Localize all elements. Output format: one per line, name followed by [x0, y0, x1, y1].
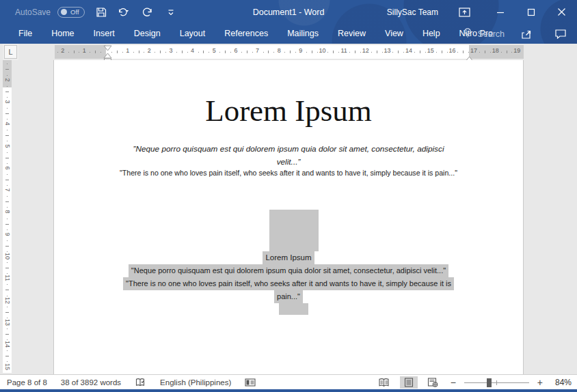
zoom-slider[interactable] — [464, 378, 529, 387]
lightbulb-icon — [463, 27, 472, 41]
v-ruler-number: 10 — [4, 252, 11, 261]
titlebar-right: SillySac Team — [387, 0, 577, 24]
vertical-ruler[interactable]: 23456789101112131415 — [3, 60, 12, 373]
word-count[interactable]: 38 of 3892 words — [61, 378, 121, 387]
autosave-toggle[interactable]: Off — [57, 7, 85, 18]
selected-line-1[interactable]: "Neque porro quisquam est qui dolorem ip… — [54, 264, 523, 277]
selected-title-text: Lorem Ipsum — [263, 251, 314, 264]
tab-help[interactable]: Help — [413, 25, 450, 43]
ribbon-right-controls: Search — [463, 24, 577, 44]
v-ruler-number: 5 — [4, 141, 11, 150]
selected-empty-paragraphs-block[interactable] — [269, 210, 319, 251]
window-bottom-edge — [0, 389, 577, 392]
hanging-indent-marker — [104, 53, 111, 58]
customize-quick-access-icon[interactable] — [164, 5, 178, 20]
read-mode-button[interactable] — [373, 376, 394, 389]
zoom-out-button[interactable]: − — [448, 377, 459, 388]
search-label: Search — [477, 29, 505, 39]
italic-quote-paragraph[interactable]: ”Neque porro quisquam est qui dolorem ip… — [54, 143, 523, 169]
undo-icon[interactable] — [118, 5, 131, 20]
tab-review[interactable]: Review — [328, 25, 375, 43]
language-indicator[interactable]: English (Philippines) — [160, 378, 231, 387]
zoom-in-button[interactable]: + — [535, 377, 546, 388]
selected-trailing-paragraph-block[interactable] — [279, 303, 308, 315]
v-ruler-number: 13 — [4, 318, 11, 326]
print-layout-button[interactable] — [400, 376, 418, 389]
document-workspace: L 2112345678910111213141516171819 234567… — [0, 44, 577, 374]
v-ruler-number: 9 — [4, 229, 11, 238]
selected-line-3[interactable]: pain..." — [54, 290, 523, 303]
window-chrome: AutoSave Off — [0, 0, 577, 44]
status-bar-left: Page 8 of 8 38 of 3892 words English (Ph… — [0, 377, 256, 388]
minimize-button[interactable] — [485, 0, 515, 24]
v-ruler-number: 15 — [4, 362, 11, 371]
tab-home[interactable]: Home — [42, 25, 83, 43]
zoom-slider-thumb[interactable] — [487, 378, 492, 387]
save-icon[interactable] — [94, 5, 108, 20]
first-line-indent-marker — [104, 46, 111, 51]
autosave-label: AutoSave — [15, 8, 51, 17]
h-ruler-number: 9 — [299, 47, 302, 54]
horizontal-ruler[interactable]: 2112345678910111213141516171819 — [55, 45, 524, 59]
zoom-slider-center-tick — [496, 380, 497, 385]
tab-view[interactable]: View — [375, 25, 413, 43]
v-ruler-number: 7 — [4, 186, 11, 195]
h-ruler-number: 12 — [362, 47, 369, 54]
quick-access-toolbar: AutoSave Off — [0, 5, 178, 20]
maximize-button[interactable] — [515, 0, 546, 24]
web-layout-button[interactable] — [423, 376, 442, 389]
document-page[interactable]: Lorem Ipsum ”Neque porro quisquam est qu… — [53, 60, 524, 374]
v-ruler-number: 11 — [4, 274, 11, 283]
right-indent-marker[interactable] — [464, 53, 474, 59]
zoom-level-label[interactable]: 84% — [551, 378, 572, 387]
comment-icon[interactable] — [554, 27, 567, 42]
ribbon-tabs: FileHomeInsertDesignLayoutReferencesMail… — [0, 25, 502, 43]
selected-line-2[interactable]: "There is no one who loves pain itself, … — [54, 277, 523, 290]
v-ruler-number: 14 — [4, 340, 11, 349]
tell-me-search[interactable]: Search — [463, 27, 505, 41]
tab-mailings[interactable]: Mailings — [278, 25, 328, 43]
h-ruler-number: 19 — [513, 47, 520, 54]
macro-recording-icon[interactable] — [245, 378, 256, 387]
plain-quote-paragraph[interactable]: "There is no one who loves pain itself, … — [54, 169, 523, 177]
selected-title-line[interactable]: Lorem Ipsum — [54, 251, 523, 264]
status-bar: Page 8 of 8 38 of 3892 words English (Ph… — [0, 374, 577, 389]
h-ruler-number: 8 — [278, 47, 281, 54]
selected-line-3-text: pain..." — [274, 290, 303, 303]
tab-layout[interactable]: Layout — [170, 25, 215, 43]
account-name[interactable]: SillySac Team — [387, 8, 438, 17]
h-ruler-number: 1 — [83, 47, 86, 54]
v-ruler-number: 6 — [4, 163, 11, 172]
tab-stop-selector[interactable]: L — [4, 45, 17, 59]
h-ruler-number: 7 — [256, 47, 259, 54]
h-ruler-number: 18 — [492, 47, 499, 54]
v-ruler-number: 2 — [4, 75, 11, 84]
selected-line-1-text: "Neque porro quisquam est qui dolorem ip… — [129, 264, 448, 277]
title-bar: AutoSave Off — [0, 0, 577, 24]
italic-quote-line2: velit...” — [54, 156, 523, 169]
autosave-toggle-knob — [61, 9, 67, 15]
h-ruler-number: 13 — [384, 47, 390, 54]
v-ruler-number: 8 — [4, 208, 11, 216]
tab-design[interactable]: Design — [124, 25, 170, 43]
tab-insert[interactable]: Insert — [84, 25, 124, 43]
h-ruler-number: 2 — [148, 47, 151, 54]
close-button[interactable] — [546, 0, 577, 24]
share-icon[interactable] — [520, 27, 533, 42]
h-ruler-number: 15 — [427, 47, 434, 54]
proofing-status-icon[interactable] — [135, 377, 146, 388]
tab-references[interactable]: References — [215, 25, 278, 43]
v-ruler-number: 12 — [4, 296, 11, 305]
tab-file[interactable]: File — [9, 25, 42, 43]
v-ruler-number: 3 — [4, 97, 11, 106]
autosave-state-label: Off — [70, 8, 79, 16]
redo-icon[interactable] — [141, 5, 155, 20]
h-ruler-number: 14 — [405, 47, 412, 54]
page-indicator[interactable]: Page 8 of 8 — [7, 378, 47, 387]
h-ruler-number: 11 — [340, 47, 347, 54]
document-title-text[interactable]: Lorem Ipsum — [54, 93, 523, 128]
h-ruler-number: 4 — [191, 47, 194, 54]
ribbon-display-options-icon[interactable] — [457, 5, 471, 20]
italic-quote-line1: ”Neque porro quisquam est qui dolorem ip… — [54, 143, 523, 156]
selected-line-2-text: "There is no one who loves pain itself, … — [123, 277, 454, 290]
